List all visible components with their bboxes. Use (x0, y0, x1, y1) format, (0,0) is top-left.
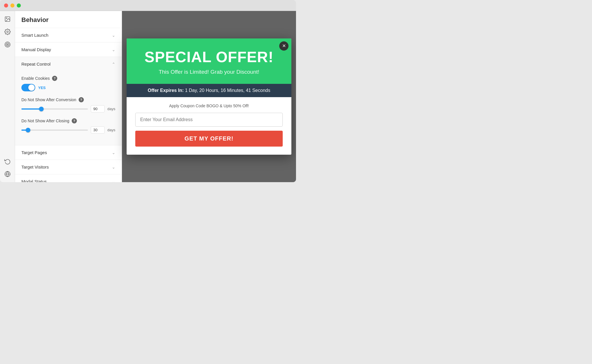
no-show-conversion-slider-row: days (21, 105, 115, 112)
accordion-header-repeat-control[interactable]: Repeat Control ⌃ (15, 57, 122, 71)
sidebar-icon-history[interactable] (2, 156, 13, 167)
chevron-down-icon-4: ⌄ (112, 165, 115, 169)
traffic-lights (4, 3, 21, 8)
maximize-button[interactable] (17, 3, 21, 8)
enable-cookies-label: Enable Cookies (21, 76, 50, 81)
toggle-row: YES (21, 84, 115, 91)
accordion-label-smart-launch: Smart Launch (21, 33, 48, 38)
email-input[interactable] (135, 113, 283, 127)
svg-point-1 (6, 18, 7, 19)
setting-no-show-conversion: Do Not Show After Conversion ? days (21, 97, 115, 112)
accordion-target-pages: Target Pages ⌄ (15, 145, 122, 160)
no-show-conversion-slider-track (21, 108, 88, 110)
icon-sidebar-bottom (2, 156, 13, 182)
accordion-modal-status: Modal Status ⌄ (15, 174, 122, 182)
accordion-header-target-pages[interactable]: Target Pages ⌄ (15, 145, 122, 160)
accordion-label-target-visitors: Target Visitors (21, 165, 49, 169)
modal-timer-value: 1 Day, 20 Hours, 16 Minutes, 41 Seconds (185, 88, 270, 93)
setting-enable-cookies: Enable Cookies ? YES (21, 76, 115, 91)
svg-point-4 (6, 43, 9, 46)
svg-point-2 (7, 31, 8, 33)
modal-timer-text: Offer Expires In: 1 Day, 20 Hours, 16 Mi… (148, 88, 270, 93)
chevron-down-icon-2: ⌄ (112, 47, 115, 52)
accordion-label-target-pages: Target Pages (21, 150, 47, 155)
modal-close-button[interactable]: ✕ (279, 41, 288, 51)
enable-cookies-help-icon[interactable]: ? (52, 76, 57, 81)
sidebar-icon-target[interactable] (2, 39, 13, 50)
modal-header: SPECIAL OFFER! This Offer is Limited! Gr… (127, 38, 291, 84)
no-show-closing-label: Do Not Show After Closing (21, 119, 69, 123)
svg-point-5 (7, 44, 8, 45)
cta-button[interactable]: GET MY OFFER! (135, 131, 283, 147)
no-show-conversion-label: Do Not Show After Conversion (21, 97, 76, 102)
enable-cookies-toggle[interactable] (21, 84, 35, 91)
accordion-label-repeat-control: Repeat Control (21, 62, 51, 66)
accordion-smart-launch: Smart Launch ⌄ (15, 28, 122, 43)
setting-no-show-closing: Do Not Show After Closing ? days (21, 118, 115, 134)
no-show-closing-slider-track (21, 130, 88, 131)
no-show-closing-slider-row: days (21, 126, 115, 134)
accordion-header-manual-display[interactable]: Manual Display ⌄ (15, 43, 122, 57)
modal-body: Apply Coupon Code BOGO & Upto 50% Off! G… (127, 97, 291, 155)
titlebar (0, 0, 296, 11)
accordion-header-target-visitors[interactable]: Target Visitors ⌄ (15, 160, 122, 174)
preview-area: ✕ SPECIAL OFFER! This Offer is Limited! … (122, 11, 296, 182)
enable-cookies-label-row: Enable Cookies ? (21, 76, 115, 81)
no-show-closing-help-icon[interactable]: ? (72, 118, 77, 123)
modal-coupon-text: Apply Coupon Code BOGO & Upto 50% Off! (135, 104, 283, 108)
accordion-content-repeat-control: Enable Cookies ? YES Do Not Show After C… (15, 71, 122, 145)
no-show-closing-slider-thumb[interactable] (26, 128, 30, 132)
popup-modal: ✕ SPECIAL OFFER! This Offer is Limited! … (127, 38, 291, 155)
chevron-up-icon: ⌃ (112, 62, 115, 66)
no-show-conversion-help-icon[interactable]: ? (79, 97, 84, 102)
no-show-conversion-label-row: Do Not Show After Conversion ? (21, 97, 115, 102)
settings-panel: Behavior Smart Launch ⌄ Manual Display ⌄… (15, 11, 122, 182)
toggle-value-label: YES (38, 86, 46, 90)
no-show-conversion-slider-thumb[interactable] (39, 107, 44, 111)
chevron-down-icon-5: ⌄ (112, 179, 115, 182)
app-container: Behavior Smart Launch ⌄ Manual Display ⌄… (0, 11, 296, 182)
svg-point-3 (5, 42, 10, 47)
modal-timer-bar: Offer Expires In: 1 Day, 20 Hours, 16 Mi… (127, 84, 291, 97)
accordion-label-manual-display: Manual Display (21, 47, 51, 52)
chevron-down-icon-3: ⌄ (112, 150, 115, 155)
sidebar-icon-globe[interactable] (2, 169, 13, 179)
no-show-conversion-input[interactable] (91, 105, 105, 112)
no-show-conversion-slider-fill (21, 108, 41, 110)
chevron-down-icon: ⌄ (112, 33, 115, 38)
sidebar-icon-image[interactable] (2, 14, 13, 24)
modal-subtitle: This Offer is Limited! Grab your Discoun… (135, 69, 283, 75)
accordion-header-smart-launch[interactable]: Smart Launch ⌄ (15, 28, 122, 42)
icon-sidebar (0, 11, 15, 182)
accordion-repeat-control: Repeat Control ⌃ Enable Cookies ? YES (15, 57, 122, 145)
minimize-button[interactable] (10, 3, 14, 8)
modal-main-title: SPECIAL OFFER! (135, 49, 283, 65)
panel-title: Behavior (15, 11, 122, 28)
modal-overlay: ✕ SPECIAL OFFER! This Offer is Limited! … (122, 11, 296, 182)
close-button[interactable] (4, 3, 8, 8)
accordion-target-visitors: Target Visitors ⌄ (15, 160, 122, 174)
no-show-conversion-unit: days (108, 107, 115, 111)
accordion-header-modal-status[interactable]: Modal Status ⌄ (15, 174, 122, 182)
accordion-manual-display: Manual Display ⌄ (15, 43, 122, 57)
no-show-closing-unit: days (108, 128, 115, 132)
modal-timer-label: Offer Expires In: (148, 88, 184, 93)
no-show-closing-input[interactable] (91, 126, 105, 134)
sidebar-icon-gear[interactable] (2, 27, 13, 37)
accordion-label-modal-status: Modal Status (21, 179, 47, 182)
no-show-closing-label-row: Do Not Show After Closing ? (21, 118, 115, 123)
